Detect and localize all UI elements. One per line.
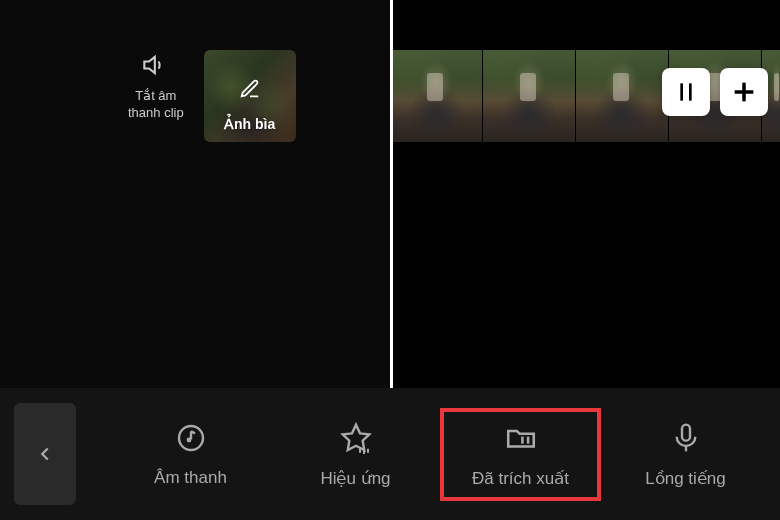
tool-extracted[interactable]: Đã trích xuất [440, 408, 601, 501]
tool-label: Âm thanh [154, 468, 227, 488]
folder-icon [503, 420, 539, 456]
tool-label: Hiệu ứng [320, 468, 390, 489]
edit-icon [239, 78, 261, 104]
tool-effects[interactable]: Hiệu ứng [275, 408, 436, 501]
left-panel: Tắt âm thanh clip Ảnh bìa [0, 0, 390, 388]
clip-frame[interactable] [483, 50, 575, 142]
clip-frame[interactable] [390, 50, 482, 142]
editor-area: Tắt âm thanh clip Ảnh bìa [0, 0, 780, 388]
tool-label: Đã trích xuất [472, 468, 569, 489]
tool-audio[interactable]: Âm thanh [110, 408, 271, 500]
svg-rect-12 [682, 424, 690, 440]
tool-label: Lồng tiếng [645, 468, 726, 489]
timeline-area[interactable] [390, 0, 780, 388]
svg-marker-6 [342, 424, 369, 449]
back-button[interactable] [14, 403, 76, 505]
mute-clip-button[interactable]: Tắt âm thanh clip [128, 50, 184, 142]
star-icon [338, 420, 374, 456]
mute-icon [141, 50, 171, 80]
trim-end-button[interactable] [662, 68, 710, 116]
tool-voiceover[interactable]: Lồng tiếng [605, 408, 766, 501]
mute-label: Tắt âm thanh clip [128, 88, 184, 122]
svg-point-5 [186, 438, 191, 443]
microphone-icon [668, 420, 704, 456]
cover-label: Ảnh bìa [204, 116, 296, 132]
clip-frame[interactable] [576, 50, 668, 142]
cover-thumbnail[interactable]: Ảnh bìa [204, 50, 296, 142]
bottom-toolbar: Âm thanh Hiệu ứng Đã trích xuất [0, 388, 780, 520]
add-clip-button[interactable] [720, 68, 768, 116]
music-note-icon [173, 420, 209, 456]
playhead[interactable] [390, 0, 393, 388]
